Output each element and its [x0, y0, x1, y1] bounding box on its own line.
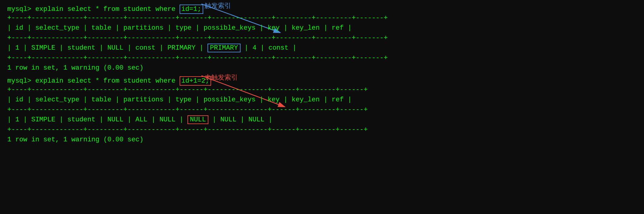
- prompt-text-1: mysql> explain select * from student whe…: [7, 5, 180, 13]
- separator-mid-2: +----+-------------+---------+----------…: [7, 105, 637, 115]
- data-row-2: | 1 | SIMPLE | student | NULL | ALL | NU…: [7, 115, 637, 125]
- status-1: 1 row in set, 1 warning (0.00 sec): [7, 64, 637, 72]
- separator-mid-1: +----+-------------+---------+----------…: [7, 33, 637, 43]
- separator-bot-1: +----+-------------+---------+----------…: [7, 53, 637, 63]
- annotation-text-1: 触发索引: [204, 1, 231, 10]
- prompt-line-2: mysql> explain select * from student whe…: [7, 77, 637, 85]
- data-post-key-2: | NULL | NULL |: [208, 116, 272, 123]
- data-row-1: | 1 | SIMPLE | student | NULL | const | …: [7, 43, 637, 53]
- header-2: | id | select_type | table | partitions …: [7, 95, 637, 105]
- status-2: 1 row in set, 1 warning (0.00 sec): [7, 136, 637, 143]
- section-1: mysql> explain select * from student whe…: [7, 5, 637, 72]
- table-1: +----+-------------+---------+----------…: [7, 13, 637, 63]
- separator-top-2: +----+-------------+---------+----------…: [7, 85, 637, 95]
- data-post-key-1: | 4 | const |: [241, 44, 297, 52]
- annotation-text-2: 未触发索引: [204, 73, 238, 82]
- header-1: | id | select_type | table | partitions …: [7, 23, 637, 33]
- table-2: +----+-------------+---------+----------…: [7, 85, 637, 135]
- section-2: mysql> explain select * from student whe…: [7, 77, 637, 143]
- prompt-text-2: mysql> explain select * from student whe…: [7, 77, 180, 85]
- key-value-red: NULL: [187, 115, 208, 124]
- separator-top-1: +----+-------------+---------+----------…: [7, 13, 637, 23]
- separator-bot-2: +----+-------------+---------+----------…: [7, 125, 637, 135]
- data-pre-key-2: | 1 | SIMPLE | student | NULL | ALL | NU…: [7, 116, 187, 123]
- key-value-blue: PRIMARY: [207, 44, 240, 52]
- data-pre-key-1: | 1 | SIMPLE | student | NULL | const | …: [7, 44, 207, 52]
- prompt-line-1: mysql> explain select * from student whe…: [7, 5, 637, 13]
